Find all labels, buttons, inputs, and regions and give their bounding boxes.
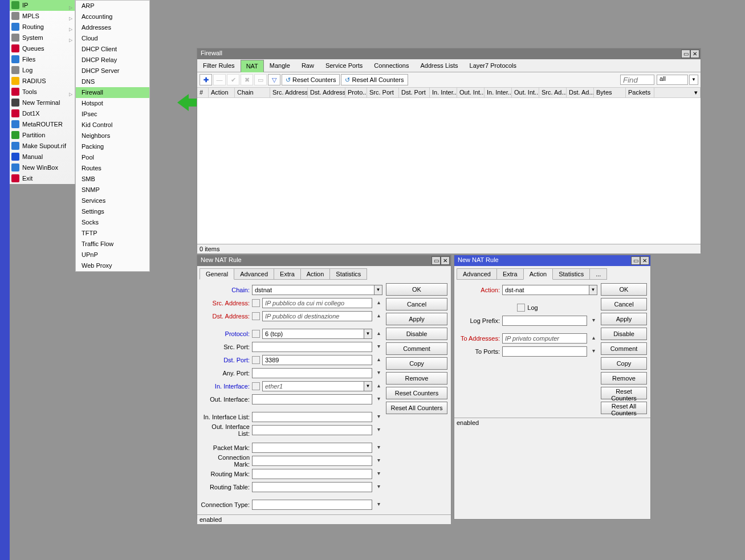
column-header[interactable]: Out. Int... xyxy=(512,88,539,97)
filter-selector[interactable]: all xyxy=(657,75,688,85)
submenu-item-pool[interactable]: Pool xyxy=(76,152,149,163)
tab-nat[interactable]: NAT xyxy=(241,60,264,72)
protocol-negate[interactable] xyxy=(252,330,260,338)
tab-service-ports[interactable]: Service Ports xyxy=(320,59,368,72)
out-interface-input[interactable] xyxy=(252,394,372,404)
comment-button[interactable]: Comment xyxy=(601,342,647,355)
dst-port-input[interactable] xyxy=(262,355,372,365)
routing-mark-input[interactable] xyxy=(252,469,372,479)
menu-item-system[interactable]: System▷ xyxy=(10,32,75,43)
column-header[interactable]: Action xyxy=(209,88,235,97)
reset-all-counters-button[interactable]: Reset All Counters xyxy=(601,402,647,414)
minimize-icon[interactable]: ▭ xyxy=(431,256,441,265)
submenu-item-socks[interactable]: Socks xyxy=(76,217,149,228)
disable-button[interactable]: Disable xyxy=(601,328,647,340)
dst-address-input[interactable] xyxy=(262,311,372,321)
tab-filter-rules[interactable]: Filter Rules xyxy=(197,59,241,72)
menu-item-dot1x[interactable]: Dot1X xyxy=(10,108,75,119)
tab-action[interactable]: Action xyxy=(523,268,553,280)
column-header[interactable]: Src. Port xyxy=(367,88,399,97)
connection-type-input[interactable] xyxy=(252,500,372,510)
dialog1-titlebar[interactable]: New NAT Rule ▭ ✕ xyxy=(197,255,451,266)
cancel-button[interactable]: Cancel xyxy=(601,298,647,310)
filter-button[interactable]: ▽ xyxy=(268,74,280,85)
column-header[interactable]: In. Inter... xyxy=(430,88,457,97)
close-icon[interactable]: ✕ xyxy=(640,256,649,265)
menu-item-files[interactable]: Files xyxy=(10,54,75,65)
collapse-icon[interactable]: ▴ xyxy=(374,312,382,320)
column-header[interactable]: Packets xyxy=(626,88,654,97)
expand-icon[interactable]: ▾ xyxy=(374,343,382,351)
menu-item-new-winbox[interactable]: New WinBox xyxy=(10,162,75,173)
protocol-input[interactable] xyxy=(262,329,364,339)
src-address-negate[interactable] xyxy=(252,299,260,307)
submenu-item-addresses[interactable]: Addresses xyxy=(76,22,149,33)
filter-dropdown-icon[interactable]: ▼ xyxy=(689,75,698,85)
routing-table-input[interactable] xyxy=(252,482,372,492)
menu-item-metarouter[interactable]: MetaROUTER xyxy=(10,119,75,130)
submenu-item-dhcp-relay[interactable]: DHCP Relay xyxy=(76,55,149,66)
expand-icon[interactable]: ▾ xyxy=(374,483,382,491)
tab-statistics[interactable]: Statistics xyxy=(552,268,590,280)
menu-item-exit[interactable]: Exit xyxy=(10,173,75,184)
submenu-item-firewall[interactable]: Firewall xyxy=(76,87,149,98)
tab-advanced[interactable]: Advanced xyxy=(234,268,274,280)
in-interface-negate[interactable] xyxy=(252,382,260,390)
ok-button[interactable]: OK xyxy=(386,283,447,296)
firewall-titlebar[interactable]: Firewall ▭ ✕ xyxy=(197,48,701,59)
submenu-item-packing[interactable]: Packing xyxy=(76,141,149,152)
tab-layer7-protocols[interactable]: Layer7 Protocols xyxy=(464,59,523,72)
menu-item-mpls[interactable]: MPLS▷ xyxy=(10,11,75,22)
src-address-input[interactable] xyxy=(262,298,372,308)
expand-icon[interactable]: ▾ xyxy=(374,426,382,434)
add-button[interactable]: ✚ xyxy=(200,74,212,85)
tab-extra[interactable]: Extra xyxy=(274,268,301,280)
find-input[interactable] xyxy=(620,75,654,85)
column-header[interactable]: Dst. Port xyxy=(399,88,430,97)
to-ports-input[interactable] xyxy=(502,346,587,357)
tab-raw[interactable]: Raw xyxy=(296,59,320,72)
submenu-item-neighbors[interactable]: Neighbors xyxy=(76,130,149,141)
expand-icon[interactable]: ▾ xyxy=(374,470,382,478)
column-header[interactable]: In. Inter... xyxy=(485,88,512,97)
tab-statistics[interactable]: Statistics xyxy=(329,268,367,280)
ok-button[interactable]: OK xyxy=(601,283,647,296)
tab-address-lists[interactable]: Address Lists xyxy=(414,59,463,72)
submenu-item-accounting[interactable]: Accounting xyxy=(76,11,149,22)
submenu-item-arp[interactable]: ARP xyxy=(76,1,149,11)
submenu-item-hotspot[interactable]: Hotspot xyxy=(76,98,149,109)
menu-item-tools[interactable]: Tools▷ xyxy=(10,87,75,97)
log-prefix-input[interactable] xyxy=(502,316,587,326)
close-icon[interactable]: ✕ xyxy=(690,50,699,58)
column-header[interactable]: Bytes xyxy=(594,88,626,97)
any-port-input[interactable] xyxy=(252,368,372,378)
tab--[interactable]: ... xyxy=(589,268,607,280)
menu-item-new-terminal[interactable]: New Terminal xyxy=(10,97,75,108)
chain-dropdown-icon[interactable]: ▼ xyxy=(374,285,382,295)
reset-all-counters-button[interactable]: ↺Reset All Counters xyxy=(341,74,408,85)
reset-counters-button[interactable]: ↺Reset Counters xyxy=(282,74,340,85)
action-dropdown-icon[interactable]: ▼ xyxy=(589,285,597,295)
collapse-icon[interactable]: ▴ xyxy=(374,330,382,338)
cancel-button[interactable]: Cancel xyxy=(386,298,447,310)
submenu-item-services[interactable]: Services xyxy=(76,195,149,206)
protocol-dropdown-icon[interactable]: ▼ xyxy=(364,329,372,339)
tab-connections[interactable]: Connections xyxy=(368,59,414,72)
expand-icon[interactable]: ▾ xyxy=(589,317,597,325)
enable-button[interactable]: ✔ xyxy=(227,74,239,85)
reset-counters-button[interactable]: Reset Counters xyxy=(601,387,647,399)
in-interface-list-input[interactable] xyxy=(252,412,372,422)
action-input[interactable] xyxy=(502,285,589,295)
submenu-item-dhcp-client[interactable]: DHCP Client xyxy=(76,44,149,55)
submenu-item-snmp[interactable]: SNMP xyxy=(76,185,149,195)
remove-button[interactable]: Remove xyxy=(601,372,647,385)
submenu-item-ipsec[interactable]: IPsec xyxy=(76,109,149,120)
submenu-item-routes[interactable]: Routes xyxy=(76,163,149,174)
out-interface-list-input[interactable] xyxy=(252,425,372,435)
menu-item-routing[interactable]: Routing▷ xyxy=(10,22,75,32)
column-header[interactable]: # xyxy=(197,88,209,97)
submenu-item-dns[interactable]: DNS xyxy=(76,76,149,87)
log-checkbox[interactable] xyxy=(517,304,525,312)
menu-item-manual[interactable]: Manual xyxy=(10,152,75,162)
column-header[interactable]: Src. Address xyxy=(270,88,308,97)
